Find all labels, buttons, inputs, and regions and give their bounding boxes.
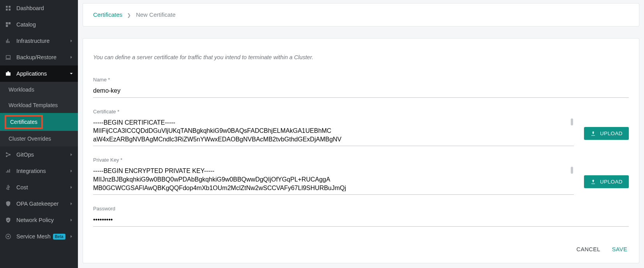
sidebar-item-backup-restore[interactable]: Backup/Restore (0, 49, 78, 65)
sidebar-item-dashboard[interactable]: Dashboard (0, 0, 78, 16)
upload-icon (590, 130, 596, 136)
save-button[interactable]: SAVE (610, 243, 629, 256)
beta-badge: Beta (53, 234, 65, 240)
field-certificate: Certificate * -----BEGIN CERTIFICATE----… (93, 109, 629, 146)
sidebar-item-integrations[interactable]: Integrations (0, 163, 78, 179)
shield-icon (5, 200, 12, 207)
chevron-right-icon (69, 55, 74, 60)
integrations-icon (5, 168, 12, 175)
upload-icon (590, 179, 596, 185)
svg-point-12 (7, 236, 9, 237)
sidebar-sub-label: Workload Templates (9, 102, 58, 108)
upload-button-label: UPLOAD (600, 130, 623, 136)
chevron-down-icon (69, 71, 74, 76)
shield-check-icon (5, 217, 12, 224)
sidebar-sub-label: Cluster Overrides (9, 136, 51, 142)
form-panel: You can define a server certificate for … (83, 38, 639, 263)
breadcrumb-current: New Certificate (136, 11, 176, 18)
cancel-button[interactable]: CANCEL (575, 243, 602, 256)
gitops-icon (5, 151, 12, 158)
cost-icon (5, 184, 12, 191)
sidebar-item-label: Infrastructure (16, 38, 49, 44)
svg-rect-4 (6, 22, 8, 24)
svg-rect-1 (9, 6, 11, 8)
infrastructure-icon (5, 37, 12, 44)
scrollbar-indicator[interactable] (571, 118, 573, 125)
upload-button-label: UPLOAD (600, 179, 623, 185)
sidebar-item-label: Cost (16, 184, 28, 190)
breadcrumb-root-link[interactable]: Certificates (93, 11, 122, 18)
catalog-icon (5, 21, 12, 28)
svg-rect-7 (6, 55, 11, 58)
sidebar-item-applications[interactable]: Applications (0, 65, 78, 82)
sidebar-item-label: Service Mesh (16, 233, 51, 240)
sidebar-sub-cluster-overrides[interactable]: Cluster Overrides (0, 131, 78, 146)
field-private-key: Private Key * -----BEGIN ENCRYPTED PRIVA… (93, 157, 629, 195)
private-key-label: Private Key * (93, 157, 629, 163)
chevron-right-icon (69, 38, 74, 44)
private-key-input[interactable]: -----BEGIN ENCRYPTED PRIVATE KEY----- MI… (93, 164, 574, 195)
sidebar-item-infrastructure[interactable]: Infrastructure (0, 33, 78, 49)
sidebar-sub-workload-templates[interactable]: Workload Templates (0, 97, 78, 113)
sidebar-item-label: Applications (16, 71, 47, 77)
sidebar-sub-certificates[interactable]: Certificates (0, 113, 78, 131)
chevron-right-icon (69, 152, 74, 157)
field-name: Name * (93, 77, 629, 98)
password-input[interactable]: ••••••••• (93, 213, 629, 227)
breadcrumb: Certificates ❯ New Certificate (83, 3, 639, 26)
sidebar-item-gitops[interactable]: GitOps (0, 146, 78, 163)
field-password: Password ••••••••• (93, 206, 629, 227)
helper-text: You can define a server certificate for … (93, 54, 629, 60)
svg-rect-6 (6, 25, 8, 27)
upload-certificate-button[interactable]: UPLOAD (584, 127, 629, 140)
dashboard-icon (5, 5, 12, 12)
applications-icon (5, 70, 12, 77)
name-label: Name * (93, 77, 629, 83)
name-input[interactable] (93, 84, 629, 98)
service-mesh-icon (5, 233, 12, 240)
sidebar-item-label: OPA Gatekeeper (16, 201, 59, 207)
chevron-right-icon (69, 201, 74, 206)
sidebar-item-opa-gatekeeper[interactable]: OPA Gatekeeper (0, 196, 78, 212)
sidebar-item-catalog[interactable]: Catalog (0, 16, 78, 33)
sidebar-item-service-mesh[interactable]: Service Mesh Beta (0, 228, 78, 245)
svg-rect-3 (9, 9, 11, 11)
sidebar-item-label: Integrations (16, 168, 46, 174)
svg-rect-2 (6, 9, 8, 11)
scrollbar-indicator[interactable] (571, 167, 573, 174)
chevron-right-icon (69, 217, 74, 223)
chevron-right-icon (69, 185, 74, 190)
upload-private-key-button[interactable]: UPLOAD (584, 175, 629, 188)
chevron-right-icon (69, 168, 74, 174)
backup-icon (5, 54, 12, 61)
sidebar-item-label: Network Policy (16, 217, 54, 223)
certificate-input[interactable]: -----BEGIN CERTIFICATE----- MIIFijCCA3IC… (93, 116, 574, 146)
sidebar-sub-label: Workloads (9, 86, 34, 93)
svg-rect-5 (9, 22, 11, 24)
sidebar-item-label: GitOps (16, 152, 34, 158)
svg-rect-0 (6, 6, 8, 8)
sidebar-item-label: Catalog (16, 21, 36, 28)
main-content: Certificates ❯ New Certificate You can d… (78, 0, 644, 268)
chevron-right-icon (69, 234, 74, 239)
sidebar: Dashboard Catalog Infrastructure Backup/… (0, 0, 78, 268)
chevron-right-icon: ❯ (127, 12, 131, 18)
form-actions: CANCEL SAVE (93, 238, 629, 256)
sidebar-item-label: Backup/Restore (16, 54, 56, 60)
sidebar-item-cost[interactable]: Cost (0, 179, 78, 196)
sidebar-sub-workloads[interactable]: Workloads (0, 82, 78, 97)
sidebar-item-label: Dashboard (16, 5, 44, 11)
sidebar-item-network-policy[interactable]: Network Policy (0, 212, 78, 228)
password-label: Password (93, 206, 629, 212)
certificate-label: Certificate * (93, 109, 629, 115)
sidebar-sub-label: Certificates (5, 115, 43, 129)
